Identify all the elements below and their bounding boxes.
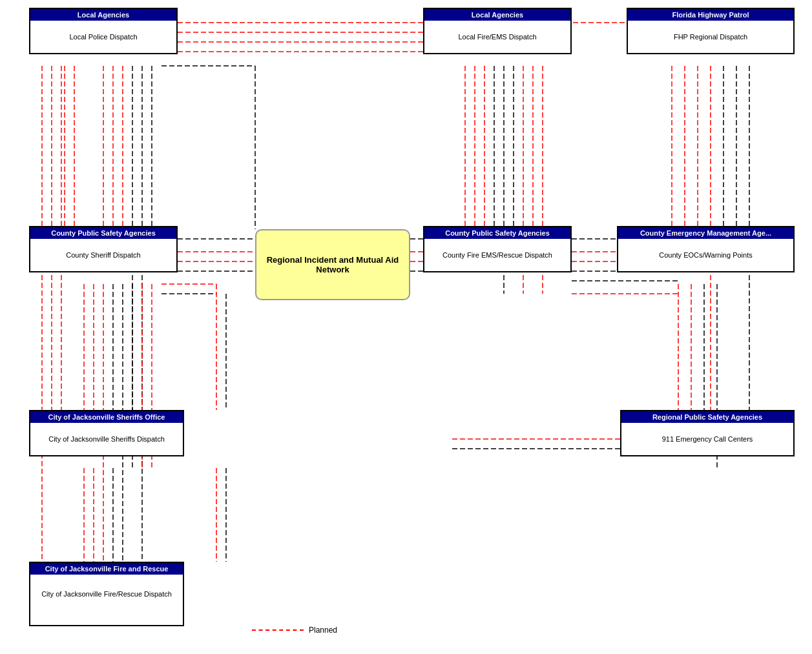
fhp-body: FHP Regional Dispatch	[628, 21, 793, 53]
county-sheriff-node: County Public Safety Agencies County She…	[29, 226, 178, 272]
regional-network-label: Regional Incident and Mutual Aid Network	[263, 255, 402, 274]
county-fire-node: County Public Safety Agencies County Fir…	[423, 226, 572, 272]
local-police-node: Local Agencies Local Police Dispatch	[29, 8, 178, 54]
local-police-header: Local Agencies	[30, 9, 176, 21]
regional-911-body: 911 Emergency Call Centers	[621, 423, 793, 455]
county-fire-header: County Public Safety Agencies	[424, 227, 570, 239]
legend: Planned	[252, 626, 337, 635]
regional-network-node: Regional Incident and Mutual Aid Network	[255, 229, 410, 300]
jacksonville-fire-body: City of Jacksonville Fire/Rescue Dispatc…	[30, 575, 183, 613]
county-eoc-node: County Emergency Management Age... Count…	[617, 226, 795, 272]
county-fire-body: County Fire EMS/Rescue Dispatch	[424, 239, 570, 271]
county-sheriff-header: County Public Safety Agencies	[30, 227, 176, 239]
local-fire-node: Local Agencies Local Fire/EMS Dispatch	[423, 8, 572, 54]
regional-911-header: Regional Public Safety Agencies	[621, 411, 793, 423]
fhp-node: Florida Highway Patrol FHP Regional Disp…	[627, 8, 795, 54]
legend-label: Planned	[309, 626, 337, 635]
county-sheriff-body: County Sheriff Dispatch	[30, 239, 176, 271]
jacksonville-sheriff-header: City of Jacksonville Sheriffs Office	[30, 411, 183, 423]
diagram-container: Local Agencies Local Police Dispatch Loc…	[0, 0, 812, 654]
jacksonville-fire-header: City of Jacksonville Fire and Rescue	[30, 563, 183, 575]
local-fire-header: Local Agencies	[424, 9, 570, 21]
connections-svg	[0, 0, 812, 654]
local-police-body: Local Police Dispatch	[30, 21, 176, 53]
jacksonville-sheriff-body: City of Jacksonville Sheriffs Dispatch	[30, 423, 183, 455]
legend-line	[252, 629, 304, 631]
local-fire-body: Local Fire/EMS Dispatch	[424, 21, 570, 53]
county-eoc-header: County Emergency Management Age...	[618, 227, 793, 239]
county-eoc-body: County EOCs/Warning Points	[618, 239, 793, 271]
jacksonville-sheriff-node: City of Jacksonville Sheriffs Office Cit…	[29, 410, 184, 456]
regional-911-node: Regional Public Safety Agencies 911 Emer…	[620, 410, 795, 456]
fhp-header: Florida Highway Patrol	[628, 9, 793, 21]
jacksonville-fire-node: City of Jacksonville Fire and Rescue Cit…	[29, 562, 184, 626]
